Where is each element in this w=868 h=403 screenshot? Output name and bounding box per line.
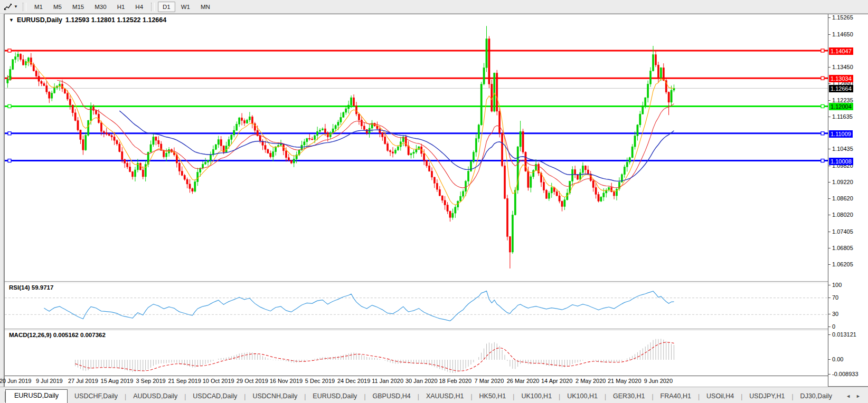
bull-candle: [460, 196, 461, 201]
hline-handle[interactable]: [8, 132, 11, 135]
bull-candle: [134, 170, 136, 177]
timeframe-button-m5[interactable]: M5: [49, 2, 67, 12]
bull-candle: [512, 215, 513, 252]
timeframe-button-h1[interactable]: H1: [112, 2, 130, 12]
chart-tab-gbpusd-h4[interactable]: GBPUSD,H4: [366, 390, 418, 403]
bull-candle: [304, 142, 305, 145]
chart-tab-uk100-h1[interactable]: UK100,H1: [560, 390, 605, 403]
bear-candle: [100, 123, 102, 132]
hline-handle[interactable]: [8, 104, 11, 108]
hline-handle[interactable]: [821, 104, 824, 108]
price-axis[interactable]: 1.152651.146501.134501.128501.122351.116…: [828, 14, 868, 386]
chart-tab-xauusd-h1[interactable]: XAUUSD,H1: [419, 390, 471, 403]
bull-candle: [551, 188, 552, 193]
bear-candle: [423, 153, 425, 160]
chart-ohlc-values: 1.12593 1.12801 1.12522 1.12664: [65, 16, 166, 24]
price-tick: 1.13450: [832, 64, 853, 70]
timeframe-button-w1[interactable]: W1: [176, 2, 195, 12]
tab-scroll-left-icon[interactable]: ◄: [846, 394, 851, 399]
bear-candle: [358, 114, 360, 120]
timeframe-button-m30[interactable]: M30: [90, 2, 111, 12]
tool-dropdown-caret-icon[interactable]: ▼: [14, 4, 18, 9]
macd-signal-line: [76, 342, 674, 371]
bear-candle: [69, 99, 71, 105]
bear-candle: [181, 171, 183, 176]
bear-candle: [577, 175, 578, 179]
bear-candle: [379, 129, 381, 133]
bull-candle: [345, 109, 347, 112]
price-tick: 1.07405: [832, 228, 853, 235]
chart-tab-eurusd-daily[interactable]: EURUSD,Daily: [5, 389, 68, 403]
bear-candle: [220, 140, 222, 146]
bull-candle: [637, 125, 638, 136]
rsi-panel[interactable]: [5, 283, 828, 329]
bear-candle: [46, 85, 48, 92]
bear-candle: [131, 172, 133, 177]
chart-tab-usdjpy-h1[interactable]: USDJPY,H1: [742, 390, 791, 403]
panel-splitter-rsi[interactable]: [5, 281, 867, 284]
bull-candle: [194, 182, 196, 191]
chart-tab-uk100-h1[interactable]: UK100,H1: [514, 390, 559, 403]
tab-scroll-right-icon[interactable]: ►: [856, 394, 861, 399]
hline-handle[interactable]: [821, 159, 824, 162]
timeframe-button-d1[interactable]: D1: [158, 2, 175, 12]
chart-tab-hk50-h1[interactable]: HK50,H1: [473, 390, 513, 403]
bull-candle: [293, 159, 295, 163]
bear-candle: [129, 167, 131, 171]
rsi-tick: 0: [832, 323, 835, 330]
date-label: 3 Sep 2019: [136, 378, 165, 384]
hline-handle[interactable]: [821, 49, 824, 52]
bull-candle: [478, 125, 479, 139]
bull-candle: [275, 147, 277, 152]
bear-candle: [366, 130, 367, 133]
polyline-tool-icon[interactable]: [2, 2, 14, 12]
date-label: 11 Jan 2020: [372, 378, 403, 384]
bull-candle: [473, 152, 474, 161]
price-tick: 1.15265: [832, 14, 853, 21]
hline-handle[interactable]: [8, 49, 11, 52]
timeframe-button-h4[interactable]: H4: [130, 2, 148, 12]
bear-candle: [259, 136, 261, 141]
bull-candle: [603, 193, 605, 197]
panel-splitter-macd[interactable]: [5, 329, 867, 331]
chart-tab-usdcnh-daily[interactable]: USDCNH,Daily: [246, 390, 304, 403]
bear-candle: [392, 152, 393, 153]
timeframe-button-m1[interactable]: M1: [30, 2, 48, 12]
bull-candle: [27, 58, 29, 62]
price-chart[interactable]: [5, 14, 828, 281]
hline-handle[interactable]: [821, 76, 824, 80]
chart-tab-eurusd-daily[interactable]: EURUSD,Daily: [306, 390, 364, 403]
date-label: 29 Oct 2019: [237, 378, 268, 384]
bear-candle: [80, 130, 81, 140]
bull-candle: [624, 167, 625, 174]
chart-tab-usdchf-daily[interactable]: USDCHF,Daily: [68, 390, 125, 403]
chart-tab-usoil-h4[interactable]: USOil,H4: [700, 390, 741, 403]
date-label: 9 Jun 2020: [644, 378, 673, 384]
bull-candle: [197, 172, 199, 182]
hline-handle[interactable]: [821, 132, 824, 135]
bear-candle: [561, 201, 563, 206]
bear-candle: [127, 163, 128, 167]
bear-candle: [353, 98, 354, 105]
bear-candle: [121, 152, 123, 160]
chart-tab-dj30-daily[interactable]: DJ30,Daily: [794, 390, 839, 403]
chart-tab-usdcad-daily[interactable]: USDCAD,Daily: [186, 390, 244, 403]
chart-tab-fra40-h1[interactable]: FRA40,H1: [654, 390, 698, 403]
chart-tab-ger30-h1[interactable]: GER30,H1: [606, 390, 652, 403]
bull-candle: [215, 145, 216, 149]
bear-candle: [390, 150, 391, 152]
bull-candle: [535, 164, 537, 170]
bull-candle: [12, 60, 14, 70]
chart-tab-audusd-daily[interactable]: AUDUSD,Daily: [126, 390, 184, 403]
hline-handle[interactable]: [8, 159, 11, 162]
bear-candle: [288, 158, 289, 160]
bear-candle: [270, 153, 271, 157]
chart-menu-triangle-icon[interactable]: ▼: [9, 17, 14, 23]
timeframe-button-m15[interactable]: M15: [68, 2, 89, 12]
level-price-badge: 1.10008: [829, 158, 853, 165]
macd-panel[interactable]: [5, 330, 828, 376]
timeframe-button-mn[interactable]: MN: [196, 2, 215, 12]
macd-label: MACD(12,26,9) 0.005162 0.007362: [9, 332, 106, 338]
bear-candle: [116, 140, 118, 144]
bear-candle: [35, 71, 37, 76]
